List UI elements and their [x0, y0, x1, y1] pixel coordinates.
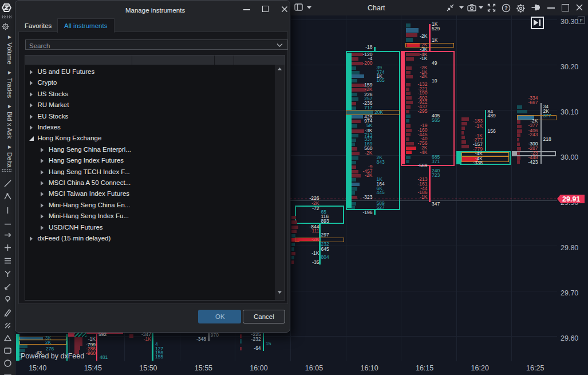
svg-text:?: ? — [504, 5, 508, 11]
